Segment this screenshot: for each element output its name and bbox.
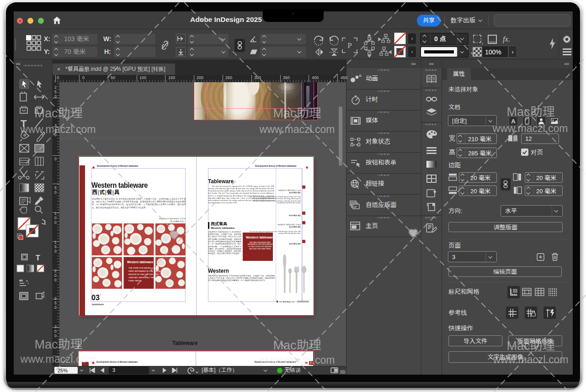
svg-text:Mac助理: Mac助理 (506, 105, 554, 119)
svg-text:Mac助理: Mac助理 (34, 106, 82, 120)
svg-text:Mac助理: Mac助理 (273, 106, 321, 120)
svg-text:www.maczl.com: www.maczl.com (20, 353, 96, 365)
svg-text:Mac助理: Mac助理 (506, 339, 554, 353)
svg-text:www.maczl.com: www.maczl.com (259, 354, 335, 366)
svg-text:Mac助理: Mac助理 (273, 339, 321, 352)
svg-text:Mac助理: Mac助理 (34, 338, 82, 351)
svg-text:www.maczl.com: www.maczl.com (259, 123, 335, 135)
svg-text:www.maczl.com: www.maczl.com (493, 354, 569, 366)
svg-text:www.maczl.com: www.maczl.com (492, 122, 568, 134)
svg-text:www.maczl.com: www.maczl.com (20, 123, 96, 135)
